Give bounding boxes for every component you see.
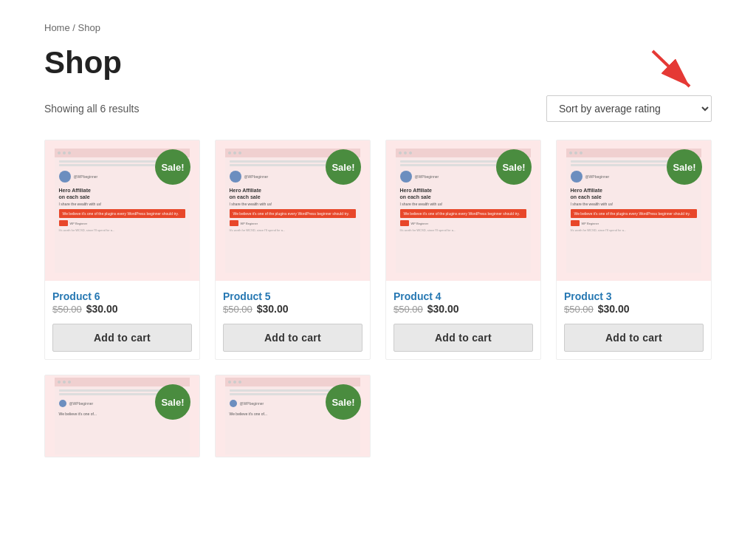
product-prices-3: $50.00 $30.00: [564, 303, 704, 315]
sale-badge-1: Sale!: [326, 384, 361, 420]
sale-price-3: $30.00: [598, 303, 630, 315]
sale-price-4: $30.00: [427, 303, 459, 315]
sale-badge-6: Sale!: [155, 149, 190, 185]
original-price-3: $50.00: [564, 304, 594, 315]
product-image-6: @WPbeginner Hero Affiliateon each sale I…: [45, 140, 199, 281]
sort-container: Default sortingSort by popularitySort by…: [546, 95, 712, 122]
product-info-5: Product 5 $50.00 $30.00 Add to cart: [216, 281, 370, 359]
product-image-3: @WPbeginner Hero Affiliateon each sale I…: [557, 140, 711, 281]
product-name-3[interactable]: Product 3: [564, 290, 612, 302]
products-grid-row2: @WPbeginner We believe it's one of... Sa…: [44, 375, 712, 457]
product-image-2: @WPbeginner We believe it's one of... Sa…: [45, 375, 199, 457]
product-name-6[interactable]: Product 6: [52, 290, 100, 302]
sale-price-5: $30.00: [257, 303, 289, 315]
product-image-1: @WPbeginner We believe it's one of... Sa…: [216, 375, 370, 457]
product-name-5[interactable]: Product 5: [223, 290, 271, 302]
breadcrumb-separator: /: [72, 22, 78, 33]
product-name-4[interactable]: Product 4: [394, 290, 441, 302]
product-info-3: Product 3 $50.00 $30.00 Add to cart: [557, 281, 711, 359]
product-prices-4: $50.00 $30.00: [394, 303, 533, 315]
product-prices-5: $50.00 $30.00: [223, 303, 362, 315]
product-info-6: Product 6 $50.00 $30.00 Add to cart: [45, 281, 199, 359]
products-grid: @WPbeginner Hero Affiliateon each sale I…: [44, 140, 712, 360]
product-card-5: @WPbeginner Hero Affiliateon each sale I…: [215, 140, 371, 360]
product-card-3: @WPbeginner Hero Affiliateon each sale I…: [556, 140, 712, 360]
page-title: Shop: [44, 45, 712, 81]
add-to-cart-3[interactable]: Add to cart: [564, 324, 704, 352]
breadcrumb-home[interactable]: Home: [44, 22, 70, 33]
breadcrumb: Home / Shop: [44, 22, 712, 33]
product-card-6: @WPbeginner Hero Affiliateon each sale I…: [44, 140, 200, 360]
product-image-5: @WPbeginner Hero Affiliateon each sale I…: [216, 140, 370, 281]
original-price-4: $50.00: [394, 304, 423, 315]
results-count: Showing all 6 results: [44, 103, 139, 115]
original-price-6: $50.00: [52, 304, 82, 315]
product-card-2: @WPbeginner We believe it's one of... Sa…: [44, 375, 200, 457]
original-price-5: $50.00: [223, 304, 252, 315]
sort-select[interactable]: Default sortingSort by popularitySort by…: [546, 95, 712, 122]
product-image-4: @WPbeginner Hero Affiliateon each sale I…: [386, 140, 540, 281]
product-card-4: @WPbeginner Hero Affiliateon each sale I…: [385, 140, 541, 360]
sale-badge-2: Sale!: [155, 384, 190, 420]
sale-badge-4: Sale!: [496, 149, 532, 185]
product-info-4: Product 4 $50.00 $30.00 Add to cart: [386, 281, 540, 359]
sale-badge-5: Sale!: [326, 149, 361, 185]
add-to-cart-6[interactable]: Add to cart: [52, 324, 192, 352]
breadcrumb-current: Shop: [78, 22, 100, 33]
add-to-cart-4[interactable]: Add to cart: [394, 324, 533, 352]
product-card-1: @WPbeginner We believe it's one of... Sa…: [215, 375, 371, 457]
page-wrapper: Home / Shop Shop Showing all 6 results D…: [0, 0, 756, 535]
product-prices-6: $50.00 $30.00: [52, 303, 192, 315]
sale-badge-3: Sale!: [667, 149, 702, 185]
sale-price-6: $30.00: [86, 303, 118, 315]
shop-toolbar: Showing all 6 results Default sortingSor…: [44, 95, 712, 122]
add-to-cart-5[interactable]: Add to cart: [223, 324, 362, 352]
